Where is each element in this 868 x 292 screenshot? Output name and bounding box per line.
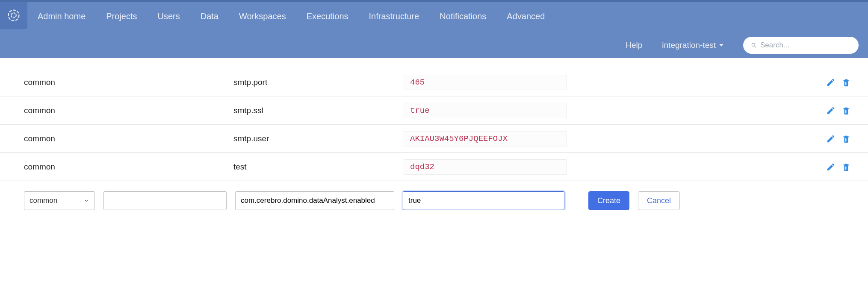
search-box[interactable]	[743, 37, 859, 54]
create-button[interactable]: Create	[588, 191, 629, 210]
config-table: commonsmtp.port465commonsmtp.ssltruecomm…	[0, 68, 868, 181]
config-key-input[interactable]	[235, 191, 394, 210]
secondary-nav: Help integration-test	[626, 33, 859, 57]
row-key: test	[233, 162, 404, 172]
row-value: true	[404, 103, 567, 118]
row-value: 465	[404, 75, 567, 90]
namespace-select-value: common	[30, 196, 57, 205]
nav-notifications[interactable]: Notifications	[440, 12, 486, 21]
table-row: commonsmtp.port465	[0, 68, 868, 96]
chevron-down-icon	[719, 44, 723, 47]
row-value: AKIAU3W45Y6PJQEEFOJX	[404, 131, 567, 146]
edit-icon[interactable]	[826, 134, 836, 143]
search-input[interactable]	[760, 41, 851, 50]
nav-advanced[interactable]: Advanced	[507, 12, 545, 21]
cancel-button[interactable]: Cancel	[638, 191, 680, 210]
delete-icon[interactable]	[841, 106, 851, 115]
user-menu-label: integration-test	[662, 41, 716, 50]
nav-data[interactable]: Data	[201, 12, 218, 21]
svg-line-3	[755, 46, 756, 48]
row-value-cell: true	[404, 103, 823, 118]
table-row: commonsmtp.ssltrue	[0, 96, 868, 125]
user-menu[interactable]: integration-test	[662, 41, 723, 50]
nav-infrastructure[interactable]: Infrastructure	[369, 12, 419, 21]
nav-help[interactable]: Help	[626, 41, 642, 50]
nav-executions[interactable]: Executions	[307, 12, 348, 21]
nav-projects[interactable]: Projects	[106, 12, 137, 21]
domino-logo-icon	[6, 7, 22, 23]
table-row: commonsmtp.userAKIAU3W45Y6PJQEEFOJX	[0, 125, 868, 153]
row-key: smtp.ssl	[233, 106, 404, 115]
unused-input[interactable]	[103, 191, 227, 210]
primary-nav: Admin home Projects Users Data Workspace…	[38, 2, 545, 31]
config-value-input[interactable]	[403, 191, 564, 210]
create-config-form: common Create Cancel	[0, 181, 868, 210]
row-value-cell: dqd32	[404, 159, 823, 175]
row-value: dqd32	[404, 159, 567, 175]
delete-icon[interactable]	[841, 162, 851, 172]
row-actions	[823, 106, 851, 115]
search-icon	[751, 42, 757, 49]
chevron-down-icon	[83, 198, 89, 204]
delete-icon[interactable]	[841, 134, 851, 143]
row-value-cell: AKIAU3W45Y6PJQEEFOJX	[404, 131, 823, 146]
edit-icon[interactable]	[826, 162, 836, 172]
row-actions	[823, 162, 851, 172]
app-header: Admin home Projects Users Data Workspace…	[0, 0, 868, 58]
edit-icon[interactable]	[826, 78, 836, 87]
row-actions	[823, 78, 851, 87]
svg-point-0	[9, 10, 19, 21]
app-logo[interactable]	[0, 2, 27, 29]
nav-users[interactable]: Users	[158, 12, 180, 21]
table-row: commontestdqd32	[0, 153, 868, 181]
row-namespace: common	[24, 134, 233, 143]
nav-admin-home[interactable]: Admin home	[38, 12, 86, 21]
row-key: smtp.user	[233, 134, 404, 143]
edit-icon[interactable]	[826, 106, 836, 115]
row-namespace: common	[24, 78, 233, 87]
row-key: smtp.port	[233, 78, 404, 87]
svg-point-2	[752, 43, 755, 46]
delete-icon[interactable]	[841, 78, 851, 87]
row-namespace: common	[24, 106, 233, 115]
nav-workspaces[interactable]: Workspaces	[239, 12, 286, 21]
row-namespace: common	[24, 162, 233, 172]
namespace-select[interactable]: common	[24, 191, 95, 210]
svg-point-1	[11, 13, 16, 18]
row-value-cell: 465	[404, 75, 823, 90]
row-actions	[823, 134, 851, 143]
